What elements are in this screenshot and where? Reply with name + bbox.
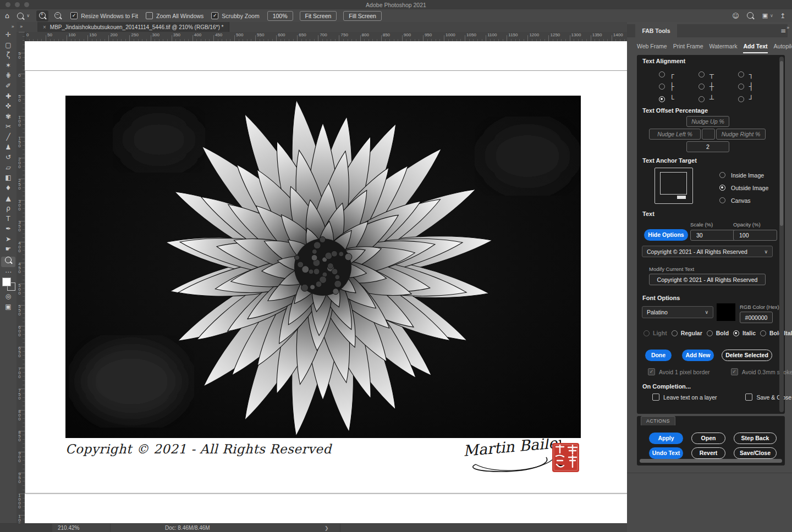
avoid-checkbox-0[interactable]: ✓Avoid 1 pixel border bbox=[648, 368, 710, 375]
close-tab-icon[interactable]: × bbox=[43, 24, 46, 30]
status-chevron-icon[interactable]: ❯ bbox=[324, 524, 329, 532]
fit-screen-button[interactable]: Fit Screen bbox=[300, 11, 337, 21]
nudge-center-field[interactable] bbox=[702, 129, 715, 140]
font-color-swatch[interactable] bbox=[717, 303, 735, 321]
gradient-tool[interactable]: ◧ bbox=[1, 173, 15, 183]
align-top-left[interactable]: ┌ bbox=[659, 70, 698, 79]
fab-tab-web-frame[interactable]: Web Frame bbox=[637, 43, 667, 53]
fab-tab-autopilot[interactable]: Autopilot bbox=[774, 43, 792, 53]
fab-tab-watermark[interactable]: Watermark bbox=[710, 43, 738, 53]
modify-current-text-input[interactable] bbox=[649, 274, 766, 285]
more-tools[interactable]: ⋯ bbox=[1, 267, 15, 278]
font-weight-italic[interactable]: Italic bbox=[733, 330, 756, 336]
save-close-button[interactable]: Save/Close bbox=[734, 447, 777, 459]
zoom-in-button[interactable]: + bbox=[36, 10, 48, 21]
delete-selected-button[interactable]: Delete Selected bbox=[722, 350, 772, 361]
document-canvas[interactable]: Copyright © 2021 - All Rights Reserved M… bbox=[25, 41, 627, 523]
home-icon[interactable]: ⌂ bbox=[5, 12, 9, 20]
anchor-option-inside-image[interactable]: Inside Image bbox=[719, 169, 768, 181]
align-bottom-center[interactable]: ┴ bbox=[698, 95, 738, 103]
add-new-button[interactable]: Add New bbox=[682, 350, 714, 361]
scissors-tool[interactable]: ✂ bbox=[1, 121, 15, 132]
hand-tool[interactable]: ☛ bbox=[1, 244, 15, 254]
anchor-option-outside-image[interactable]: Outside Image bbox=[719, 181, 768, 194]
nudge-down-input[interactable] bbox=[686, 141, 729, 152]
move-tool[interactable]: ✛ bbox=[1, 30, 15, 40]
fab-tab-add-text[interactable]: Add Text bbox=[743, 43, 767, 53]
align-bottom-right[interactable]: ┘ bbox=[738, 95, 774, 103]
font-weight-bold-italic[interactable]: Bold Italic bbox=[760, 330, 792, 336]
panel-menu-icon[interactable]: ≡ bbox=[780, 27, 786, 35]
revert-button[interactable]: Revert bbox=[691, 447, 725, 459]
quick-mask-toggle[interactable]: ◎ bbox=[1, 291, 15, 302]
open-button[interactable]: Open bbox=[691, 433, 725, 444]
hex-color-input[interactable] bbox=[740, 312, 773, 323]
dodge-tool[interactable]: ρ bbox=[1, 203, 15, 214]
nudge-up-input[interactable] bbox=[686, 116, 729, 127]
tabbar-collapse-icon[interactable]: » bbox=[20, 24, 23, 29]
foreground-background-swatches[interactable] bbox=[2, 277, 16, 291]
zoom-percent-field[interactable]: 100% bbox=[267, 11, 293, 21]
align-center[interactable]: ┼ bbox=[698, 82, 738, 91]
actions-hscrollbar-thumb[interactable] bbox=[640, 459, 782, 463]
align-bottom-left[interactable]: └ bbox=[659, 95, 698, 103]
step-back-button[interactable]: Step Back bbox=[734, 433, 777, 444]
screen-mode-toggle[interactable]: ▣ bbox=[1, 302, 15, 312]
align-middle-right[interactable]: ┤ bbox=[738, 82, 774, 91]
anchor-option-canvas[interactable]: Canvas bbox=[719, 194, 768, 207]
clone-stamp-tool[interactable]: ♟ bbox=[1, 142, 15, 153]
foreground-color-swatch[interactable] bbox=[2, 278, 11, 286]
magic-wand-tool[interactable]: ✶ bbox=[1, 60, 15, 71]
apply-button[interactable]: Apply bbox=[649, 433, 683, 444]
scale-input[interactable] bbox=[690, 230, 735, 241]
toolbar-collapse-icon[interactable]: » bbox=[0, 22, 16, 30]
option-checkbox-2[interactable]: ✓Scrubby Zoom bbox=[211, 12, 259, 19]
blur-tool[interactable]: ♦ bbox=[1, 183, 15, 193]
font-weight-bold[interactable]: Bold bbox=[707, 330, 729, 336]
vertical-ruler[interactable] bbox=[16, 32, 25, 523]
lasso-tool[interactable]: ζ bbox=[1, 50, 15, 60]
text-preset-dropdown[interactable]: Copyright © 2021 - All Rights Reserved ∨ bbox=[642, 246, 773, 257]
path-select-tool[interactable]: ➤ bbox=[1, 234, 15, 245]
zoom-tool[interactable] bbox=[1, 257, 15, 267]
search-icon[interactable] bbox=[747, 12, 754, 20]
zoom-out-button[interactable]: − bbox=[52, 10, 64, 21]
document-tab[interactable]: × MBP_Jindaishokubutsukouen_20141114_544… bbox=[37, 22, 229, 32]
healing-brush-tool[interactable]: ✜ bbox=[1, 101, 15, 112]
undo-text-button[interactable]: Undo Text bbox=[649, 447, 683, 459]
sharpen-tool[interactable]: ▲ bbox=[1, 193, 15, 204]
fill-screen-button[interactable]: Fill Screen bbox=[343, 11, 382, 21]
spot-healing-brush-tool[interactable]: ✚ bbox=[1, 91, 15, 102]
nudge-right-input[interactable] bbox=[716, 129, 766, 140]
frame-tool[interactable]: ✾ bbox=[1, 112, 15, 122]
nudge-left-input[interactable] bbox=[649, 129, 701, 140]
panel-collapse-icon[interactable]: » bbox=[787, 25, 790, 30]
history-brush-tool[interactable]: ↺ bbox=[1, 152, 15, 163]
panel-scrollbar-thumb[interactable] bbox=[780, 61, 783, 226]
pen-tool[interactable]: ✒ bbox=[1, 224, 15, 234]
hide-options-button[interactable]: Hide Options bbox=[644, 229, 688, 241]
crop-tool[interactable]: ⋕ bbox=[1, 70, 15, 81]
completion-checkbox-1[interactable]: Save & Close bbox=[745, 394, 791, 401]
type-tool[interactable]: T bbox=[1, 214, 15, 224]
align-top-center[interactable]: ┬ bbox=[698, 70, 738, 79]
option-checkbox-0[interactable]: ✓Resize Windows to Fit bbox=[70, 12, 138, 19]
marquee-tool[interactable]: ▢ bbox=[1, 40, 15, 51]
font-weight-regular[interactable]: Regular bbox=[672, 330, 702, 336]
done-button[interactable]: Done bbox=[645, 350, 672, 361]
eyedropper-tool[interactable]: ✐ bbox=[1, 81, 15, 91]
align-top-right[interactable]: ┐ bbox=[738, 70, 774, 79]
workspace-icon[interactable]: ▣ bbox=[762, 12, 768, 19]
font-family-dropdown[interactable]: Palatino ∨ bbox=[642, 306, 713, 318]
eraser-tool[interactable]: ▱ bbox=[1, 163, 15, 173]
zoom-tool-icon[interactable]: ∨ bbox=[17, 13, 30, 19]
account-icon[interactable]: ☺ bbox=[732, 12, 739, 20]
completion-checkbox-0[interactable]: Leave text on a layer bbox=[652, 394, 717, 401]
share-icon[interactable]: ↥ bbox=[780, 12, 785, 20]
fab-tab-print-frame[interactable]: Print Frame bbox=[673, 43, 703, 53]
opacity-input[interactable] bbox=[733, 230, 777, 241]
brush-tool[interactable]: ╱ bbox=[1, 132, 15, 142]
align-middle-left[interactable]: ├ bbox=[659, 82, 698, 91]
option-checkbox-1[interactable]: Zoom All Windows bbox=[146, 12, 204, 19]
panel-scrollbar-track[interactable] bbox=[779, 57, 784, 412]
